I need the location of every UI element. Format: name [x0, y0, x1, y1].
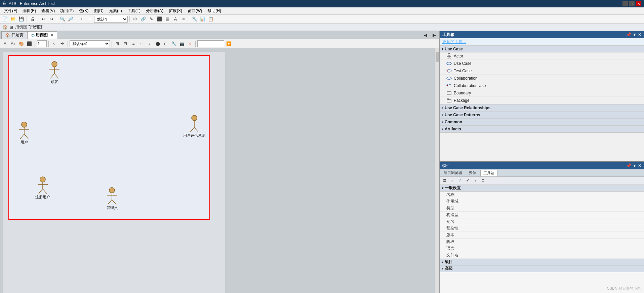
toolbox-section-patterns-header[interactable]: Use Case Patterns — [440, 112, 644, 118]
toolbox-item-usecase[interactable]: Use Case — [440, 60, 644, 67]
tab-start[interactable]: 🏠 开始页 — [1, 31, 27, 39]
tb-btn5[interactable]: ▤ — [164, 15, 171, 23]
menu-file[interactable]: 文件(F) — [1, 7, 20, 14]
menu-diagram[interactable]: 图(D) — [91, 7, 106, 14]
minimize-button[interactable]: ─ — [622, 1, 628, 6]
diag-btn4[interactable]: ↔ — [138, 40, 145, 47]
toolbox-item-testcase[interactable]: Test Case — [440, 67, 644, 75]
prop-sort-btn[interactable]: ≣ — [441, 178, 448, 184]
props-expand[interactable]: ▼ — [633, 163, 637, 168]
prop-check1-btn[interactable]: ✓ — [456, 178, 463, 184]
prop-sort2-btn[interactable]: ↕ — [449, 178, 455, 184]
menu-element[interactable]: 元素(L) — [106, 7, 125, 14]
diag-btn6[interactable]: ⬤ — [154, 40, 161, 47]
diag-btn9[interactable]: 📷 — [178, 40, 186, 47]
diag-font[interactable]: A↑ — [9, 40, 17, 47]
menu-edit[interactable]: 编辑(E) — [20, 7, 39, 14]
tab-project-browser[interactable]: 项目浏览器 — [441, 170, 465, 176]
tb-btn4[interactable]: ⬛ — [156, 15, 163, 23]
prop-check2-btn[interactable]: ✔ — [464, 178, 471, 184]
zoom-in[interactable]: + — [78, 15, 85, 23]
tab-prev[interactable]: ◀ — [422, 31, 429, 39]
diag-btn1[interactable]: ⊞ — [114, 40, 121, 47]
diag-move[interactable]: ✛ — [58, 40, 66, 47]
zoom-out[interactable]: − — [86, 15, 93, 23]
diag-btn8[interactable]: 🔧 — [170, 40, 177, 47]
style-select[interactable]: 默认样式 — [70, 40, 110, 47]
toolbox-pin[interactable]: 📌 — [626, 32, 631, 37]
tb-btn2[interactable]: 🔗 — [139, 15, 147, 23]
find-button[interactable]: 🔎 — [67, 15, 74, 23]
tb-btn1[interactable]: ⚙ — [131, 15, 139, 23]
diag-btn7[interactable]: ◻ — [162, 40, 169, 47]
print-button[interactable]: 🖨 — [29, 15, 36, 23]
tb-btn7[interactable]: ≡ — [180, 15, 187, 23]
default-select[interactable]: 默认N — [94, 16, 128, 23]
close-button[interactable]: ✕ — [636, 1, 641, 6]
toolbox-close[interactable]: ✕ — [638, 32, 641, 37]
toolbox-item-collaborationuse[interactable]: Collaboration Use — [440, 82, 644, 89]
menu-view[interactable]: 查看(V) — [39, 7, 57, 14]
actor-figure-reguser[interactable]: 注册用户 — [35, 176, 50, 200]
tab-close-button[interactable]: ✕ — [50, 33, 53, 37]
canvas-scroll[interactable]: 顾客 用户 — [0, 48, 435, 293]
actor-figure-admin[interactable]: 管理员 — [105, 187, 119, 210]
diag-btn2[interactable]: ⊟ — [122, 40, 129, 47]
toolbox-item-boundary[interactable]: Boundary — [440, 89, 644, 97]
prop-section-advanced[interactable]: 高级 — [440, 265, 644, 272]
tb-btn3[interactable]: ✎ — [148, 15, 155, 23]
toolbox-section-relationships-header[interactable]: Use Case Relationships — [440, 104, 644, 111]
diagram-search[interactable] — [197, 40, 224, 47]
actor-label-customer: 顾客 — [51, 79, 58, 84]
toolbox-section-artifacts-header[interactable]: Artifacts — [440, 126, 644, 132]
menu-package[interactable]: 包(K) — [76, 7, 91, 14]
props-pin[interactable]: 📌 — [626, 163, 631, 168]
menu-help[interactable]: 帮助(H) — [205, 7, 224, 14]
actor-figure-user[interactable]: 用户 — [17, 121, 31, 145]
menu-extend[interactable]: 扩展(X) — [166, 7, 185, 14]
new-button[interactable]: 📄 — [1, 15, 9, 23]
tb-btn9[interactable]: 📊 — [199, 15, 206, 23]
diag-btn3[interactable]: ≡ — [130, 40, 137, 47]
prop-up-btn[interactable]: ↑ — [472, 178, 479, 184]
save-button[interactable]: 💾 — [17, 15, 25, 23]
toolbox-section-common-header[interactable]: Common — [440, 119, 644, 125]
menu-analyzer[interactable]: 分析器(A) — [143, 7, 166, 14]
diag-btn5[interactable]: ↕ — [146, 40, 153, 47]
toolbox-item-collaboration[interactable]: Collaboration — [440, 75, 644, 82]
zoom-level-input[interactable] — [37, 40, 47, 47]
more-tools-link[interactable]: 更多的工具... — [440, 38, 644, 46]
tab-usecasediag[interactable]: ⬭ 用例图 ✕ — [27, 31, 57, 39]
tab-toolbox[interactable]: 工具箱 — [480, 170, 497, 176]
tb-btn8[interactable]: 🔧 — [191, 15, 198, 23]
toolbox-expand[interactable]: ▼ — [633, 32, 637, 37]
diag-filter[interactable]: 🔽 — [225, 40, 232, 47]
prop-section-project[interactable]: 项目 — [440, 259, 644, 265]
diag-color[interactable]: 🎨 — [17, 40, 25, 47]
canvas-vscroll[interactable] — [435, 48, 439, 293]
actor-figure-system[interactable]: 用户评估系统 — [183, 115, 205, 138]
undo-button[interactable]: ↩ — [40, 15, 47, 23]
tb-btn6[interactable]: A — [172, 15, 179, 23]
toolbox-item-package[interactable]: Package — [440, 97, 644, 104]
tab-resources[interactable]: 资源 — [466, 170, 479, 176]
prop-section-general[interactable]: 一般设置 — [440, 185, 644, 192]
menu-window[interactable]: 窗口(W) — [185, 7, 205, 14]
tab-next[interactable]: ▶ — [431, 31, 438, 39]
maximize-button[interactable]: □ — [629, 1, 635, 6]
toolbox-section-usecase-header[interactable]: Use Case — [440, 46, 644, 52]
diag-close-btn[interactable]: ✕ — [186, 40, 194, 47]
search-button[interactable]: 🔍 — [59, 15, 66, 23]
diag-select[interactable]: ↖ — [50, 40, 58, 47]
menu-project[interactable]: 项目(P) — [57, 7, 76, 14]
toolbox-item-actor[interactable]: Actor — [440, 52, 644, 60]
actor-figure-customer[interactable]: 顾客 — [48, 61, 61, 84]
props-close[interactable]: ✕ — [638, 163, 641, 168]
menu-tools[interactable]: 工具(T) — [125, 7, 143, 14]
diag-text[interactable]: A — [1, 40, 9, 47]
diag-shape[interactable]: ⬛ — [26, 40, 33, 47]
open-button[interactable]: 📂 — [9, 15, 17, 23]
redo-button[interactable]: ↪ — [48, 15, 55, 23]
prop-settings-btn[interactable]: ⚙ — [480, 178, 486, 184]
tb-btn10[interactable]: 📋 — [207, 15, 214, 23]
